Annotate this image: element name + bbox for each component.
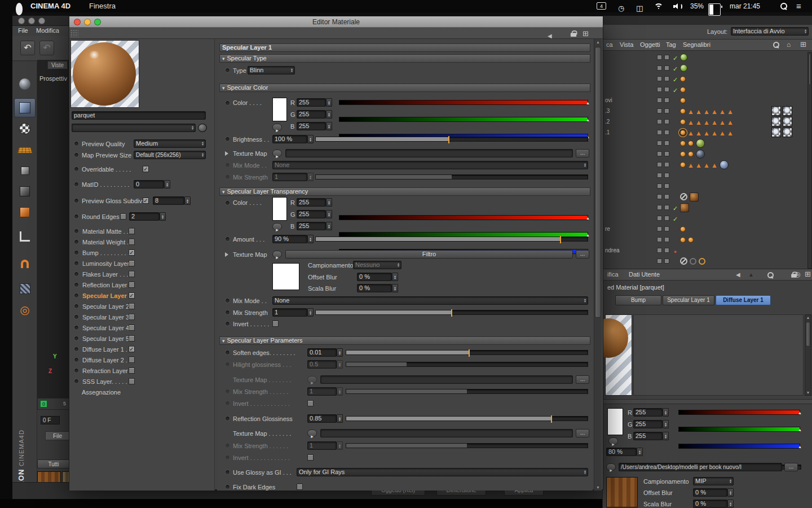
frame-field[interactable]: 0 F [41, 416, 60, 424]
t-mix-strength-field[interactable]: 1 [272, 308, 307, 317]
anim-dot-icon[interactable] [74, 347, 79, 352]
anim-dot-icon[interactable] [225, 455, 230, 460]
am-target-icon[interactable] [795, 270, 800, 278]
texture-browse-button[interactable]: ... [576, 149, 589, 157]
texture-tag-icon[interactable] [720, 160, 729, 169]
texture-thumbnail-icon[interactable] [771, 117, 781, 126]
amount-slider[interactable] [315, 237, 588, 242]
matid-field[interactable]: 0 [134, 180, 164, 189]
am-menu-modifica[interactable]: ifica [607, 271, 619, 278]
anim-dot-icon[interactable] [74, 304, 79, 309]
selection-tag-icon[interactable] [718, 106, 726, 116]
layer-toggle-icon[interactable] [664, 130, 669, 135]
t-b-field[interactable]: 255 [297, 222, 326, 230]
object-row[interactable] [603, 170, 808, 181]
anim-dot-icon[interactable] [74, 379, 79, 384]
small-cube-icon[interactable] [14, 161, 36, 180]
object-row[interactable]: ndrea [603, 245, 808, 256]
t-b-stepper[interactable] [326, 222, 332, 230]
tab-diffuse-layer-1[interactable]: Diffuse Layer 1 [716, 295, 771, 305]
channel-item[interactable]: Diffuse Layer 1 . . [69, 344, 215, 354]
brightness-stepper[interactable] [307, 135, 314, 143]
expand-arrow-icon[interactable] [225, 151, 228, 156]
anim-dot-icon[interactable] [225, 68, 230, 73]
anim-dot-icon[interactable] [74, 182, 79, 187]
selection-tag-icon[interactable] [695, 160, 703, 170]
layer-toggle-icon[interactable] [664, 226, 669, 231]
layer-toggle-icon[interactable] [657, 141, 662, 146]
am-texture-thumbnail[interactable] [606, 477, 638, 507]
r-field[interactable]: 255 [297, 98, 326, 107]
type-dropdown[interactable]: Blinn [248, 66, 295, 75]
selection-tag-icon[interactable] [710, 128, 718, 138]
enable-mark-icon[interactable] [672, 85, 679, 95]
anim-dot-icon[interactable] [74, 250, 79, 255]
layer-dropdown[interactable] [72, 124, 196, 132]
layer-toggle-icon[interactable] [657, 76, 662, 81]
preview-quality-dropdown[interactable]: Medium [134, 139, 206, 148]
anim-dot-icon[interactable] [74, 261, 79, 266]
minimize-button[interactable] [84, 19, 91, 25]
amount-stepper[interactable] [307, 235, 314, 243]
refl-field[interactable]: 0.85 [307, 414, 337, 423]
layer-toggle-icon[interactable] [657, 248, 662, 253]
t-r-stepper[interactable] [326, 198, 332, 207]
layer-toggle-icon[interactable] [657, 130, 662, 135]
anim-dot-icon[interactable] [225, 401, 230, 406]
selection-tag-icon[interactable] [726, 117, 734, 127]
layer-toggle-icon[interactable] [657, 162, 662, 167]
b-field[interactable]: 255 [297, 122, 326, 130]
anim-dot-icon[interactable] [225, 100, 230, 106]
om-home-icon[interactable] [787, 41, 791, 49]
battery-icon[interactable] [708, 3, 721, 16]
object-row[interactable] [603, 138, 808, 148]
anim-dot-icon[interactable] [225, 321, 230, 326]
material-tag-icon[interactable] [680, 237, 686, 243]
object-row[interactable]: ovi [603, 95, 808, 106]
cube-primitive-icon[interactable] [14, 98, 36, 117]
layer-toggle-icon[interactable] [664, 237, 669, 242]
material-name-field[interactable]: parquet [72, 111, 206, 120]
gloss-subdivs-field[interactable]: 8 [153, 196, 184, 205]
texture-tag-icon[interactable] [680, 203, 689, 212]
file-tab[interactable]: File [45, 431, 70, 440]
channel-checkbox[interactable] [129, 378, 135, 384]
selection-tag-icon[interactable] [718, 117, 726, 127]
channel-item[interactable]: Luminosity Layer [69, 258, 215, 269]
t-texture-button[interactable]: Filtro [285, 250, 573, 259]
am-offset-blur-field[interactable]: 0 % [693, 488, 727, 497]
layer-toggle-icon[interactable] [664, 259, 669, 264]
filter-preview-swatch[interactable] [272, 263, 299, 290]
channel-checkbox[interactable] [129, 239, 135, 245]
gloss-subdivs-stepper[interactable] [184, 196, 191, 205]
soften-slider[interactable] [346, 350, 588, 355]
zoom-button[interactable] [94, 19, 101, 25]
om-menu-vista[interactable]: Vista [620, 41, 633, 48]
anim-dot-icon[interactable] [225, 443, 230, 448]
brightness-slider[interactable] [315, 137, 588, 142]
am-offset-blur-stepper[interactable] [727, 488, 734, 497]
viste-tab[interactable]: Viste [47, 61, 68, 69]
t-texture-browse-button[interactable]: ... [576, 250, 589, 259]
layer-toggle-icon[interactable] [664, 65, 669, 71]
enable-mark-icon[interactable] [672, 213, 679, 224]
layer-toggle-icon[interactable] [657, 237, 662, 242]
t-mix-strength-stepper[interactable] [307, 308, 314, 317]
anim-dot-icon[interactable] [225, 470, 230, 475]
fixdark-checkbox[interactable] [297, 484, 303, 490]
tutti-button[interactable]: Tutti [37, 459, 70, 468]
g-stepper[interactable] [326, 110, 332, 119]
selection-tag-icon[interactable] [726, 106, 734, 116]
object-row[interactable]: .3 [603, 106, 808, 116]
layer-toggle-icon[interactable] [664, 216, 669, 221]
anim-dot-icon[interactable] [74, 357, 79, 362]
anim-dot-icon[interactable] [74, 368, 79, 373]
anim-dot-icon[interactable] [225, 310, 230, 315]
layer-toggle-icon[interactable] [664, 205, 669, 210]
offset-blur-stepper[interactable] [392, 273, 398, 281]
layer-toggle-icon[interactable] [657, 173, 662, 178]
material-tag-icon[interactable] [680, 226, 686, 232]
floor-object-icon[interactable] [14, 140, 36, 159]
selection-tag-icon[interactable] [695, 128, 703, 138]
enable-mark-icon[interactable] [672, 52, 679, 63]
